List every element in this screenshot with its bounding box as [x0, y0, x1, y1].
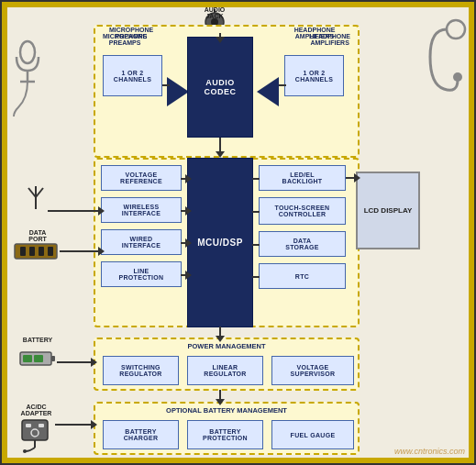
antenna-icon: [25, 183, 47, 211]
svg-rect-23: [26, 424, 31, 427]
mcu-led-arrow: [252, 178, 260, 180]
mcu-touch-arrow: [252, 211, 260, 213]
battery-protection-block: BATTERYPROTECTION: [187, 420, 263, 449]
microphone-icon: [9, 25, 46, 116]
line-mcu-arrowhead: [185, 271, 192, 280]
mcu-storage-arrow: [252, 244, 260, 246]
svg-rect-9: [20, 247, 26, 256]
wireless-mcu-arrowhead: [185, 206, 192, 216]
fuel-gauge-block: FUEL GAUGE: [271, 420, 354, 449]
right-channel-arrow: [279, 84, 286, 86]
svg-rect-24: [39, 424, 44, 427]
svg-rect-20: [34, 355, 43, 362]
led-backlight-block: LED/ELBACKLIGHT: [259, 165, 346, 191]
battery-label: BATTERY: [15, 337, 61, 343]
acdc-battery-arrow: [55, 424, 94, 426]
power-battery-arrowhead: [216, 399, 225, 405]
battery-mgmt-title: OPTIONAL BATTERY MANAGEMENT: [95, 406, 358, 415]
rtc-block: RTC: [259, 263, 346, 289]
acdc-label: AC/DCADAPTER: [11, 404, 61, 416]
antenna-wireless-arrowhead: [98, 206, 105, 216]
acdc-battery-arrowhead: [91, 420, 97, 429]
battery-icon: [18, 349, 55, 369]
interface-power-arrowhead: [216, 336, 225, 342]
battery-mgmt-section: OPTIONAL BATTERY MANAGEMENT BATTERYCHARG…: [94, 402, 360, 455]
svg-point-1: [453, 72, 462, 82]
codec-arrow-head: [216, 151, 225, 158]
wired-mcu-arrowhead: [185, 238, 192, 248]
power-mgmt-title: POWER MANAGEMENT: [95, 342, 358, 350]
left-channel-arrow: [162, 84, 170, 86]
acdc-icon: [18, 418, 51, 453]
vref-mcu-arrowhead: [185, 174, 192, 183]
power-mgmt-section: POWER MANAGEMENT SWITCHINGREGULATOR LINE…: [94, 338, 360, 391]
mic-preamps-label: MICROPHONEPREAMPS: [100, 27, 162, 39]
data-port-label: DATAPORT: [15, 229, 61, 242]
dataport-wired-arrowhead: [98, 247, 105, 256]
channels-left-block: 1 OR 2CHANNELS: [103, 55, 162, 96]
dataport-wired-arrow: [60, 250, 102, 252]
stethoscope-icon: [421, 11, 467, 121]
linear-reg-block: LINEARREGULATOR: [187, 356, 263, 385]
data-port-icon: [13, 242, 59, 260]
svg-line-15: [36, 188, 43, 197]
svg-rect-11: [39, 247, 44, 256]
voltage-ref-block: VOLTAGEREFERENCE: [101, 165, 182, 191]
switching-reg-block: SWITCHINGREGULATOR: [103, 356, 179, 385]
svg-rect-19: [23, 355, 32, 362]
mcu-rtc-arrow: [252, 276, 260, 278]
battery-power-arrowhead: [91, 358, 97, 367]
battery-charger-block: BATTERYCHARGER: [103, 420, 179, 449]
amp-triangle-right: [257, 77, 279, 106]
svg-rect-18: [51, 356, 55, 361]
audio-jack-label: AUDIOJACK: [187, 6, 242, 19]
diagram-container: AUDIOJACK MICROPHONEPREAMPS HEADPHONEAMP…: [0, 0, 476, 465]
audio-codec-block: AUDIOCODEC: [187, 37, 253, 138]
amp-triangle-left: [167, 77, 189, 106]
line-protection-block: LINEPROTECTION: [101, 261, 182, 287]
svg-line-14: [28, 188, 36, 197]
lcd-display-block: LCD DISPLAY: [356, 172, 420, 249]
touch-screen-block: TOUCH-SCREENCONTROLLER: [259, 197, 346, 225]
svg-rect-12: [48, 247, 53, 256]
svg-point-2: [20, 41, 35, 63]
headphone-amp-label: HEADPHONEAMPLIFIERS: [282, 27, 348, 39]
channels-right-block: 1 OR 2CHANNELS: [284, 55, 344, 96]
svg-point-0: [447, 20, 465, 39]
wireless-interface-block: WIRELESSINTERFACE: [101, 197, 182, 223]
svg-point-26: [23, 449, 27, 453]
wired-interface-block: WIREDINTERFACE: [101, 229, 182, 255]
led-lcd-arrowhead: [354, 173, 360, 183]
battery-power-arrow: [57, 361, 94, 363]
watermark: www.cntronics.com: [394, 447, 465, 456]
data-storage-block: DATASTORAGE: [259, 231, 346, 257]
mcu-dsp-block: MCU/DSP: [187, 158, 253, 327]
antenna-wireless-arrow: [48, 210, 102, 212]
svg-rect-10: [29, 247, 35, 256]
voltage-supervisor-block: VOLTAGESUPERVISOR: [271, 356, 354, 385]
jack-arrow-head: [216, 37, 225, 43]
